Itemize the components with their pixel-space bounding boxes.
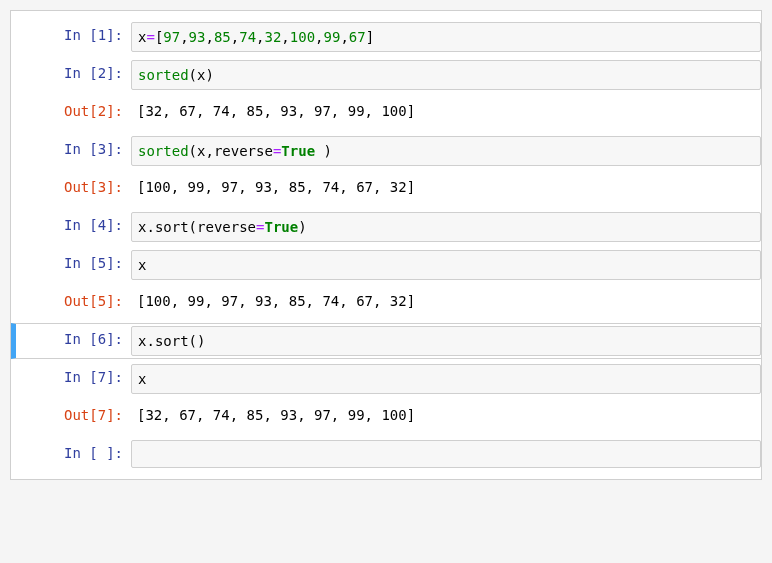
code-token: ,: [231, 29, 239, 45]
code-token: True: [264, 219, 298, 235]
in-prompt: In [7]:: [16, 364, 131, 390]
code-token: ,: [180, 29, 188, 45]
output-cell: Out[5]:[100, 99, 97, 93, 85, 74, 67, 32]: [11, 285, 761, 317]
code-token: reverse: [214, 143, 273, 159]
in-prompt: In [2]:: [16, 60, 131, 86]
code-input[interactable]: sorted(x,reverse=True ): [131, 136, 761, 166]
code-token: 32: [265, 29, 282, 45]
code-token: ,: [205, 143, 213, 159]
code-token: ): [324, 143, 332, 159]
code-token: sort: [155, 219, 189, 235]
code-token: ): [205, 67, 213, 83]
output-text: [100, 99, 97, 93, 85, 74, 67, 32]: [131, 288, 761, 314]
code-token: ,: [281, 29, 289, 45]
output-cell: Out[7]:[32, 67, 74, 85, 93, 97, 99, 100]: [11, 399, 761, 431]
code-token: sort: [155, 333, 189, 349]
code-input[interactable]: sorted(x): [131, 60, 761, 90]
code-token: [315, 143, 323, 159]
code-token: 93: [189, 29, 206, 45]
code-token: 85: [214, 29, 231, 45]
code-token: .: [146, 219, 154, 235]
code-token: x: [138, 371, 146, 387]
code-token: reverse: [197, 219, 256, 235]
code-cell: In [6]:x.sort(): [11, 323, 761, 359]
out-prompt: Out[3]:: [16, 174, 131, 200]
code-token: 99: [324, 29, 341, 45]
code-token: x: [138, 257, 146, 273]
code-token: sorted: [138, 67, 189, 83]
output-text: [32, 67, 74, 85, 93, 97, 99, 100]: [131, 402, 761, 428]
in-prompt: In [6]:: [16, 326, 131, 352]
code-cell: In [7]:x: [11, 361, 761, 397]
out-prompt: Out[5]:: [16, 288, 131, 314]
out-prompt: Out[2]:: [16, 98, 131, 124]
output-text: [100, 99, 97, 93, 85, 74, 67, 32]: [131, 174, 761, 200]
code-token: ): [197, 333, 205, 349]
in-prompt: In [ ]:: [16, 440, 131, 466]
code-token: sorted: [138, 143, 189, 159]
in-prompt: In [1]:: [16, 22, 131, 48]
code-token: =: [146, 29, 154, 45]
code-token: 74: [239, 29, 256, 45]
code-token: (: [189, 143, 197, 159]
code-token: (: [189, 67, 197, 83]
code-input[interactable]: [131, 440, 761, 468]
code-token: (: [189, 333, 197, 349]
code-token: 100: [290, 29, 315, 45]
code-token: ,: [205, 29, 213, 45]
code-cell: In [ ]:: [11, 437, 761, 471]
code-input[interactable]: x=[97,93,85,74,32,100,99,67]: [131, 22, 761, 52]
code-input[interactable]: x: [131, 250, 761, 280]
output-cell: Out[3]:[100, 99, 97, 93, 85, 74, 67, 32]: [11, 171, 761, 203]
code-input[interactable]: x.sort(reverse=True): [131, 212, 761, 242]
code-token: .: [146, 333, 154, 349]
code-token: ,: [315, 29, 323, 45]
code-token: True: [281, 143, 315, 159]
code-cell: In [1]:x=[97,93,85,74,32,100,99,67]: [11, 19, 761, 55]
code-token: 97: [163, 29, 180, 45]
code-cell: In [4]:x.sort(reverse=True): [11, 209, 761, 245]
code-token: ,: [256, 29, 264, 45]
code-token: 67: [349, 29, 366, 45]
code-input[interactable]: x: [131, 364, 761, 394]
code-token: (: [189, 219, 197, 235]
code-input[interactable]: x.sort(): [131, 326, 761, 356]
in-prompt: In [4]:: [16, 212, 131, 238]
code-cell: In [2]:sorted(x): [11, 57, 761, 93]
code-cell: In [5]:x: [11, 247, 761, 283]
output-text: [32, 67, 74, 85, 93, 97, 99, 100]: [131, 98, 761, 124]
in-prompt: In [3]:: [16, 136, 131, 162]
code-token: ): [298, 219, 306, 235]
code-token: ,: [340, 29, 348, 45]
code-token: ]: [366, 29, 374, 45]
in-prompt: In [5]:: [16, 250, 131, 276]
code-cell: In [3]:sorted(x,reverse=True ): [11, 133, 761, 169]
out-prompt: Out[7]:: [16, 402, 131, 428]
jupyter-notebook: In [1]:x=[97,93,85,74,32,100,99,67]In [2…: [10, 10, 762, 480]
output-cell: Out[2]:[32, 67, 74, 85, 93, 97, 99, 100]: [11, 95, 761, 127]
